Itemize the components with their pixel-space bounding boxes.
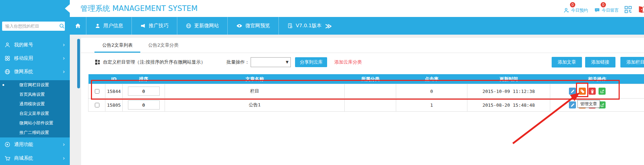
batch-operation-label: 批量操作： <box>226 59 249 65</box>
col-ops: 相关操作 <box>550 74 644 84</box>
table-header-row: ID 排序 文章名称 所属分类 点击率 更新时间 相关操作 <box>88 74 644 84</box>
top-header: 管理系统 MANAGEMENT SYSTEM 0 今日预约 0 今日留言 <box>70 0 644 17</box>
submenu-item-qrcode[interactable]: 推广二维码设置 <box>0 128 70 137</box>
sort-input[interactable] <box>128 87 160 96</box>
manage-articles-tag-icon[interactable] <box>579 88 586 95</box>
submenu-item-label: 推广二维码设置 <box>19 130 49 135</box>
updated-cell: 2015-10-09 11:12:38 <box>467 84 550 99</box>
person-icon <box>95 23 100 29</box>
page-title: 管理系统 MANAGEMENT SYSTEM <box>80 0 198 17</box>
appointments-badge: 0 <box>570 2 575 7</box>
main-nav: 用户信息 推广技巧 更新微网站 微官网预览 V7.0.1版本 ≫ <box>70 17 644 35</box>
exit-icon[interactable] <box>638 5 644 14</box>
col-id: ID <box>105 74 123 84</box>
four-circles-icon <box>4 55 11 61</box>
play-circle-icon <box>4 141 11 148</box>
row-checkbox[interactable] <box>95 103 99 107</box>
sidebar-item-label: 通用功能 <box>14 141 33 148</box>
sidebar-item-my-account[interactable]: 我的账号 › <box>0 38 70 52</box>
sidebar-submenu: 微官网栏目设置 首页风格设置 通用模块设置 自定义菜单设置 微网站小部件设置 推… <box>0 80 70 137</box>
toolbar-title-wrap: 自定义栏目管理（注:按排序的升序在微网站显示） <box>95 59 205 65</box>
qr-code-icon[interactable] <box>625 6 632 13</box>
submenu-item-widgets[interactable]: 微网站小部件设置 <box>0 118 70 128</box>
col-sort: 排序 <box>123 74 165 84</box>
add-cloud-category-link[interactable]: 添加云库分类 <box>334 59 362 65</box>
submenu-item-label: 首页风格设置 <box>19 92 45 97</box>
vertical-scrollbar[interactable] <box>77 39 80 88</box>
cart-icon <box>4 155 11 161</box>
eye-icon <box>236 23 243 29</box>
nav-user-info[interactable]: 用户信息 <box>86 17 132 35</box>
col-checkbox <box>88 74 105 84</box>
chevron-right-icon: › <box>63 141 65 148</box>
edit-icon[interactable] <box>569 101 576 108</box>
submenu-item-home-style[interactable]: 首页风格设置 <box>0 90 70 99</box>
search-input[interactable] <box>2 22 65 31</box>
delete-icon[interactable] <box>589 88 596 95</box>
table-row: 15844 栏目 0 2015-10-09 11:12:38 <box>88 84 644 99</box>
row-checkbox[interactable] <box>95 89 99 94</box>
updated-cell: 2015-08-20 15:48:48 <box>467 99 550 112</box>
batch-operation-select[interactable]: ▼ <box>251 57 291 67</box>
sidebar-item-microweb-system[interactable]: 微网系统 › <box>0 65 70 78</box>
chevron-right-icon: › <box>63 155 65 161</box>
add-link-button[interactable]: 添加链接 <box>585 57 615 67</box>
sidebar-item-label: 移动应用 <box>14 55 33 61</box>
sidebar-item-label: 商城系统 <box>14 155 33 161</box>
submenu-item-common-modules[interactable]: 通用模块设置 <box>0 99 70 109</box>
col-clicks: 点击率 <box>396 74 467 84</box>
add-column-button[interactable]: 添加栏目 <box>620 57 644 67</box>
sidebar-collapse-notch[interactable] <box>65 4 70 13</box>
tab-bar: 公告2文章列表 公告2文章分类 <box>81 38 644 53</box>
article-table: ID 排序 文章名称 所属分类 点击率 更新时间 相关操作 15844 栏目 0… <box>88 74 644 112</box>
col-name: 文章名称 <box>165 74 345 84</box>
document-gear-icon <box>287 23 293 29</box>
submenu-item-label: 微网站小部件设置 <box>19 120 53 125</box>
home-icon <box>75 23 81 29</box>
today-messages-label: 今日留言 <box>602 7 619 13</box>
name-cell: 公告1 <box>165 99 345 112</box>
globe-icon <box>186 23 191 29</box>
table-row: 15805 公告1 1 2015-08-20 15:48:48 <box>88 99 644 112</box>
share-icon[interactable] <box>599 88 606 95</box>
grid-icon <box>95 60 100 65</box>
chat-bubble-icon <box>594 7 600 13</box>
share-to-cloud-button[interactable]: 分享到云库 <box>295 57 327 67</box>
double-chevron-icon[interactable]: ≫ <box>325 22 332 30</box>
sidebar-search-area <box>0 17 70 35</box>
id-cell: 15805 <box>105 99 123 112</box>
sidebar-item-mobile-apps[interactable]: 移动应用 › <box>0 52 70 65</box>
nav-update-microsite[interactable]: 更新微网站 <box>177 17 228 35</box>
edit-icon[interactable] <box>569 88 576 95</box>
caret-down-icon: ▼ <box>286 60 289 64</box>
globe-icon <box>4 69 11 75</box>
search-icon[interactable] <box>59 23 65 29</box>
sidebar-item-mall-system[interactable]: 商城系统 › <box>0 151 70 165</box>
submenu-item-label: 自定义菜单设置 <box>19 111 49 116</box>
person-icon <box>563 7 570 13</box>
add-article-button[interactable]: 添加文章 <box>552 57 582 67</box>
chevron-right-icon: › <box>63 69 65 75</box>
sort-input[interactable] <box>128 100 160 110</box>
sidebar-item-label: 微网系统 <box>14 69 33 75</box>
today-messages[interactable]: 0 今日留言 <box>594 4 619 13</box>
nav-version[interactable]: V7.0.1版本 ≫ <box>279 17 340 35</box>
nav-label: V7.0.1版本 <box>296 23 321 29</box>
submenu-item-label: 通用模块设置 <box>19 101 45 106</box>
name-cell: 栏目 <box>165 84 345 99</box>
nav-microsite-preview[interactable]: 微官网预览 <box>228 17 279 35</box>
nav-promotion-tips[interactable]: 推广技巧 <box>132 17 177 35</box>
sidebar-item-label: 我的账号 <box>14 42 33 48</box>
messages-badge: 0 <box>601 2 606 7</box>
submenu-item-column-settings[interactable]: 微官网栏目设置 <box>0 80 70 90</box>
tab-article-list[interactable]: 公告2文章列表 <box>94 38 140 53</box>
nav-home[interactable] <box>70 17 86 35</box>
nav-label: 推广技巧 <box>149 23 168 29</box>
col-category: 所属分类 <box>345 74 396 84</box>
submenu-item-custom-menu[interactable]: 自定义菜单设置 <box>0 109 70 118</box>
category-cell <box>345 84 396 99</box>
user-icon <box>4 42 11 48</box>
tab-article-category[interactable]: 公告2文章分类 <box>140 38 186 53</box>
sidebar-item-common-functions[interactable]: 通用功能 › <box>0 137 70 151</box>
today-appointments[interactable]: 0 今日预约 <box>563 4 588 13</box>
